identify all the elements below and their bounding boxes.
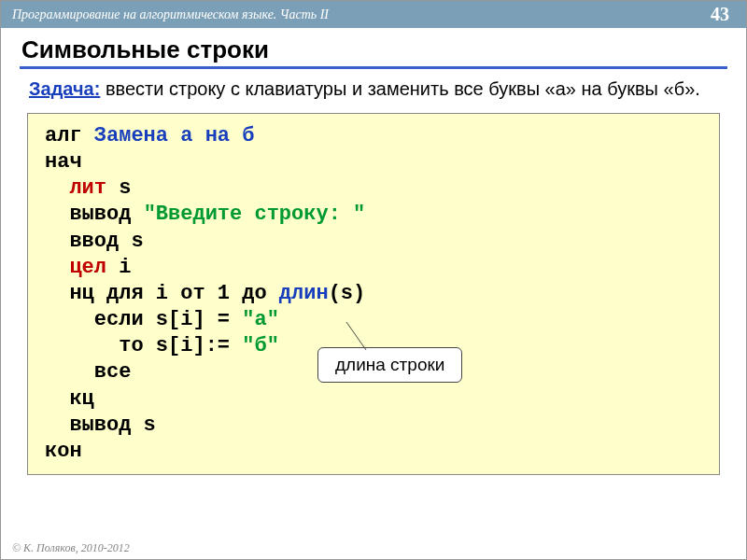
title-underline (20, 66, 727, 69)
kw: вывод (45, 203, 144, 226)
kw: нц для i от 1 до (45, 282, 279, 305)
copyright: © К. Поляков, 2010-2012 (12, 541, 130, 555)
var: i (106, 256, 131, 279)
str: "Введите строку: " (144, 203, 366, 226)
str: "б" (242, 334, 279, 357)
kw: если s[i] = (45, 308, 242, 331)
var: s (106, 176, 131, 200)
paren: (s) (329, 282, 366, 305)
task-label: Задача: (29, 78, 100, 99)
fn: длин (279, 282, 329, 305)
code-block: алг Замена а на б нач лит s вывод "Введи… (27, 113, 720, 475)
str: "а" (242, 308, 279, 331)
kw: цел (45, 256, 106, 279)
page-number: 43 (711, 4, 735, 25)
kw: лит (45, 176, 106, 200)
task-text: Задача: ввести строку с клавиатуры и зам… (1, 77, 746, 102)
kw: нач (45, 150, 82, 174)
header-bar: Программирование на алгоритмическом язык… (1, 1, 746, 28)
kw: все (45, 360, 131, 384)
slide-title: Символьные строки (1, 28, 746, 66)
algo-name: Замена а на б (94, 124, 255, 147)
kw: алг (45, 124, 94, 147)
kw: то s[i]:= (45, 334, 242, 357)
kw: кон (45, 440, 82, 463)
course-title: Программирование на алгоритмическом язык… (12, 7, 329, 22)
kw: кц (45, 387, 94, 411)
kw: вывод s (45, 413, 156, 437)
kw: ввод s (45, 230, 144, 253)
callout-string-length: длина строки (317, 347, 462, 383)
task-body: ввести строку с клавиатуры и заменить вс… (100, 78, 699, 99)
